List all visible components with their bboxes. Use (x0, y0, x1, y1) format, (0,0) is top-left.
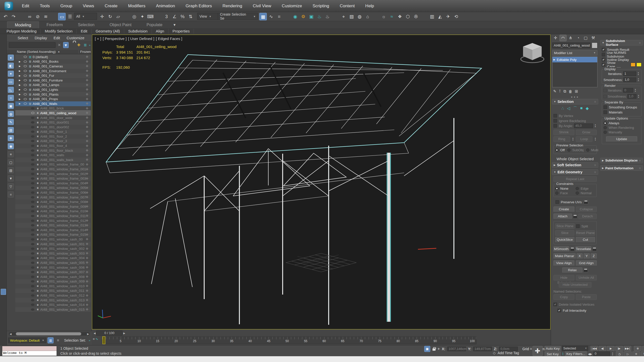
frozen-toggle-icon[interactable]: ✥ (86, 121, 88, 124)
frozen-toggle-icon[interactable]: ✥ (86, 261, 88, 264)
visibility-eye-icon[interactable] (30, 201, 35, 203)
spinner-icon[interactable]: ▲▼ (637, 72, 640, 76)
layer-row[interactable]: ▶ ≣ AI48_001_window_sash_004 ✥ (15, 256, 91, 261)
preserve-uvs-checkbox[interactable]: Preserve UVs (555, 199, 582, 205)
menu-item[interactable]: Create (99, 3, 123, 10)
layer-label[interactable]: AI48_001_door001 (40, 120, 69, 124)
visibility-eye-icon[interactable] (30, 177, 35, 180)
layer-label[interactable]: AI48_001_window_sash_012 (40, 294, 84, 297)
project-folder-icon[interactable]: ⌂ (364, 13, 371, 20)
menu-item[interactable]: Civil View (247, 3, 276, 10)
frozen-toggle-icon[interactable]: ✥ (86, 102, 88, 105)
layer-row[interactable]: ▶ ≣ AI48_001_window_frame_009 ✥ (15, 204, 91, 209)
frozen-toggle-icon[interactable]: ✥ (86, 177, 88, 180)
select-object-icon[interactable]: ▭ (58, 13, 66, 20)
spinner-icon[interactable]: ▲▼ (611, 352, 614, 356)
frozen-toggle-icon[interactable]: ✥ (86, 224, 88, 227)
sync-selection-icon[interactable]: ≡ (8, 151, 14, 157)
layer-label[interactable]: AI48_001_window_frame_015 (40, 233, 86, 236)
remove-modifier-icon[interactable]: 🗑 (569, 89, 572, 94)
cage-selected-color-swatch[interactable] (636, 63, 641, 67)
filter-containers-icon[interactable]: ◍ (8, 111, 14, 117)
layer-label[interactable]: AI48_001_window_frame_001 (40, 167, 86, 171)
layer-row[interactable]: ▶ ≣ AI48_001_Lights ✥ (15, 87, 91, 92)
render-production-icon[interactable]: ♨ (316, 13, 323, 20)
spinner-snap-icon[interactable]: ⇅ (187, 13, 194, 20)
update-button[interactable]: Update (606, 136, 637, 142)
play-button[interactable]: ▶ (607, 346, 615, 351)
ribbon-panel-button[interactable]: Geometry (All) (92, 29, 124, 34)
frozen-toggle-icon[interactable]: ✥ (86, 210, 88, 213)
visibility-eye-icon[interactable] (30, 304, 35, 306)
frozen-toggle-icon[interactable]: ✥ (86, 247, 88, 251)
layer-row[interactable]: ▶ ≣ 0 (default) ✥ (15, 55, 91, 59)
ribbon-panel-button[interactable]: Polygon Modeling (3, 29, 41, 34)
filter-shapes-icon[interactable]: ◧ (8, 63, 14, 69)
visibility-eye-icon[interactable] (30, 206, 35, 208)
use-nurms-checkbox[interactable]: Use NURMS Subdivision (602, 52, 641, 57)
clear-search-icon[interactable]: ✕ (57, 42, 62, 48)
selected-dropdown[interactable]: Selected▼ (562, 346, 588, 351)
layer-row[interactable]: ▶ ≣ AI48_001_window_sash_005 ✥ (15, 260, 91, 265)
layer-row[interactable]: ▶ ≣ AI48_001_brick ✥ (15, 106, 91, 111)
sep[interactable] (122, 13, 130, 20)
maxscript-mini-listener[interactable]: Welcome to M (2, 346, 57, 356)
visibility-eye-icon[interactable] (30, 187, 35, 189)
filter-helpers-icon[interactable]: ◺ (8, 87, 14, 93)
layer-label[interactable]: AI48_001_floor_2 (40, 135, 67, 138)
make-planar-button[interactable]: Make Planar (553, 253, 576, 259)
frozen-toggle-icon[interactable]: ✥ (86, 219, 88, 222)
undo-icon[interactable]: ↶ (2, 13, 9, 20)
menu-item[interactable]: Customize (277, 3, 307, 10)
frozen-toggle-icon[interactable]: ✥ (86, 69, 88, 73)
spinner-icon[interactable]: ▲▼ (594, 124, 597, 128)
filter-bones-icon[interactable]: ✎ (8, 119, 14, 125)
undo-view-icon[interactable]: ⟲ (452, 13, 460, 20)
collapse-button[interactable]: Collapse (576, 207, 597, 212)
visibility-eye-icon[interactable] (30, 173, 35, 175)
frozen-toggle-icon[interactable]: ✥ (86, 200, 88, 204)
msmooth-settings-icon[interactable] (570, 247, 575, 251)
frozen-toggle-icon[interactable]: ✥ (86, 181, 88, 185)
menu-item[interactable]: Content (334, 3, 360, 10)
spinner-icon[interactable]: ▲▼ (594, 137, 597, 141)
layer-row[interactable]: ▶ ≣ AI48_001_window_frame_005 ✥ (15, 186, 91, 190)
viewport-layout-icon[interactable]: ▥ (428, 13, 436, 20)
x-coordinate-field[interactable]: 1007,146cm (447, 347, 466, 351)
split-checkbox[interactable]: Split (576, 224, 595, 229)
ribbon-panel-button[interactable]: Modify Selection (41, 29, 77, 34)
layer-label[interactable]: AI48_001_floor_1 (40, 130, 67, 134)
layer-row[interactable]: ▶ ≣ AI48_001_door001 ✥ (15, 120, 91, 125)
sep[interactable] (18, 13, 25, 20)
stack-item-label[interactable]: Editable Poly (557, 58, 577, 62)
layer-label[interactable]: AI48_001_window_sash_002 (40, 247, 84, 251)
polygon-mode-icon[interactable]: ■ (580, 106, 583, 111)
reset-plane-button[interactable]: Reset Plane (576, 230, 595, 236)
attach-button[interactable]: Attach (553, 214, 572, 219)
layer-row[interactable]: ▶ ≣ AI48_001_window_frame_012 ✥ (15, 218, 91, 223)
visibility-eye-icon[interactable] (30, 149, 35, 152)
menu-item[interactable]: Edit (17, 3, 34, 10)
layer-row[interactable]: ▶ ≣ AI48_001_window_sash_012 ✥ (15, 293, 91, 298)
grid-align-button[interactable]: Grid Align (576, 260, 597, 266)
copy-button[interactable]: Copy (553, 294, 574, 300)
layer-label[interactable]: AI48_001_Fur (33, 74, 54, 77)
visibility-eye-icon[interactable] (23, 70, 28, 72)
new-layer-icon[interactable]: ≣ (82, 42, 88, 48)
select-and-scale-icon[interactable]: ▱ (114, 13, 122, 20)
ribbon-tab[interactable]: Selection (70, 21, 102, 28)
visibility-eye-icon[interactable] (23, 61, 28, 63)
layer-label[interactable]: AI48_001_window_frame_014 (40, 228, 86, 232)
sep[interactable] (155, 13, 162, 20)
render-setup-icon[interactable]: ⚙ (299, 13, 307, 20)
visibility-eye-icon[interactable] (30, 233, 35, 236)
layer-row[interactable]: ▶ ≣ AI48_001_window_frame_006 ✥ (15, 190, 91, 195)
fluids-icon[interactable]: ≈ (388, 13, 396, 20)
scroll-right-icon[interactable]: ▶ (86, 333, 90, 335)
menu-item[interactable]: Views (77, 3, 99, 10)
layer-row[interactable]: ▶ ≣ AI48_001_Enviroment ✥ (15, 69, 91, 73)
previous-frame-arrow-icon[interactable]: ◀ (93, 332, 96, 335)
frozen-toggle-icon[interactable]: ✥ (86, 308, 88, 311)
menu-item[interactable]: Group (55, 3, 77, 10)
visibility-eye-icon[interactable] (30, 163, 35, 166)
